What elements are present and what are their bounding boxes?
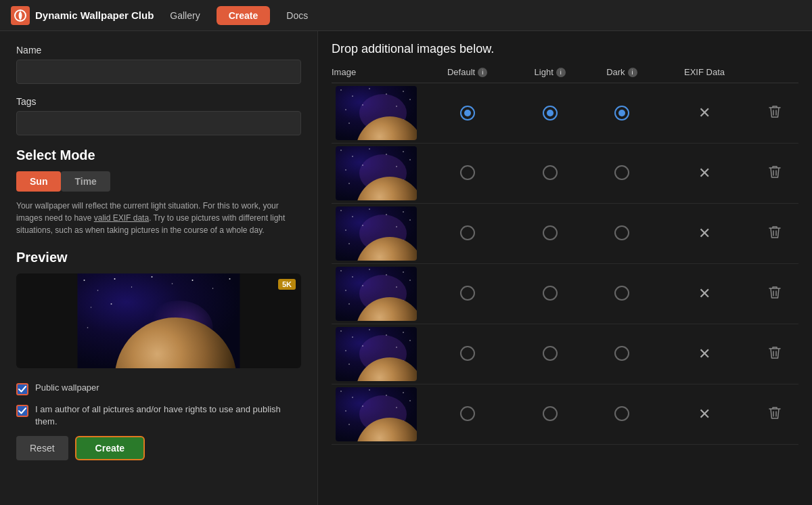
public-wallpaper-checkbox[interactable]	[16, 383, 28, 395]
default-cell	[421, 144, 514, 204]
preview-container: 5K	[16, 273, 301, 368]
table-row: ✕	[332, 83, 798, 144]
light-radio[interactable]	[543, 406, 558, 421]
svg-point-53	[345, 229, 346, 231]
planet-thumbnail	[336, 146, 417, 200]
default-cell	[421, 324, 514, 385]
light-radio[interactable]	[543, 225, 558, 240]
trash-icon[interactable]	[769, 228, 781, 242]
planet-thumbnail	[336, 387, 417, 441]
svg-point-102	[348, 424, 350, 425]
brand: Dynamic Wallpaper Club	[11, 6, 154, 25]
svg-point-86	[409, 340, 411, 341]
exif-x-icon[interactable]: ✕	[698, 225, 710, 242]
thumbnail-cell	[332, 264, 421, 324]
dark-radio[interactable]	[614, 406, 629, 421]
planet-thumbnail	[336, 86, 417, 140]
thumbnail-cell	[332, 324, 421, 385]
dark-radio[interactable]	[614, 165, 629, 180]
svg-point-42	[348, 183, 350, 184]
default-radio[interactable]	[460, 406, 475, 421]
exif-cell: ✕	[658, 83, 752, 144]
svg-point-35	[369, 148, 370, 150]
svg-point-14	[87, 327, 89, 328]
svg-point-83	[345, 350, 346, 351]
svg-point-4	[97, 290, 99, 291]
col-default: Default i	[421, 67, 514, 83]
light-radio[interactable]	[543, 346, 558, 361]
dark-radio[interactable]	[614, 286, 629, 301]
mode-selector: Sun Time	[16, 171, 301, 192]
default-radio[interactable]	[460, 225, 475, 240]
navbar: Dynamic Wallpaper Club Gallery Create Do…	[0, 0, 812, 31]
dark-radio[interactable]	[614, 106, 629, 120]
svg-point-51	[386, 214, 387, 215]
dark-radio[interactable]	[614, 346, 629, 361]
svg-point-34	[352, 156, 353, 157]
exif-x-icon[interactable]: ✕	[698, 164, 710, 181]
name-input[interactable]	[16, 60, 301, 84]
reset-button[interactable]: Reset	[16, 436, 68, 460]
trash-icon[interactable]	[769, 349, 781, 362]
exif-x-icon[interactable]: ✕	[698, 345, 710, 362]
light-radio[interactable]	[543, 106, 558, 120]
svg-point-7	[152, 276, 153, 278]
svg-point-101	[409, 400, 411, 401]
table-row: ✕	[332, 385, 798, 445]
trash-icon[interactable]	[769, 409, 781, 422]
author-rights-row: I am author of all pictures and/or have …	[16, 403, 301, 428]
light-info-icon[interactable]: i	[556, 68, 566, 77]
default-radio[interactable]	[460, 286, 475, 301]
svg-point-84	[362, 345, 363, 347]
nav-gallery[interactable]: Gallery	[170, 10, 200, 21]
author-rights-checkbox[interactable]	[16, 405, 28, 417]
default-radio[interactable]	[460, 165, 475, 180]
thumbnail-cell	[332, 385, 421, 445]
trash-icon[interactable]	[769, 168, 781, 181]
dark-info-icon[interactable]: i	[628, 68, 637, 77]
light-radio[interactable]	[543, 286, 558, 301]
light-radio[interactable]	[543, 165, 558, 180]
svg-point-12	[91, 307, 92, 308]
svg-point-82	[403, 332, 404, 333]
brand-name: Dynamic Wallpaper Club	[35, 9, 154, 21]
preview-badge: 5K	[278, 279, 296, 290]
table-row: ✕	[332, 264, 798, 324]
light-cell	[514, 385, 586, 445]
nav-create-button[interactable]: Create	[217, 6, 271, 25]
exif-cell: ✕	[658, 144, 752, 204]
delete-cell	[751, 264, 798, 324]
default-cell	[421, 83, 514, 144]
svg-point-37	[403, 151, 404, 152]
exif-x-icon[interactable]: ✕	[698, 405, 710, 422]
mode-time-button[interactable]: Time	[61, 171, 110, 192]
default-radio[interactable]	[460, 106, 475, 120]
svg-point-95	[369, 389, 370, 391]
exif-link[interactable]: valid EXIF data	[94, 213, 149, 223]
svg-point-97	[403, 392, 404, 393]
svg-point-56	[409, 219, 411, 221]
planet-thumbnail	[336, 267, 417, 321]
trash-icon[interactable]	[769, 108, 781, 121]
table-row: ✕	[332, 204, 798, 264]
delete-cell	[751, 204, 798, 264]
default-info-icon[interactable]: i	[478, 68, 487, 77]
default-radio[interactable]	[460, 346, 475, 361]
dark-cell	[586, 385, 657, 445]
planet-thumbnail	[336, 327, 417, 381]
preview-image	[16, 273, 301, 368]
image-table: Image Default i Light i	[332, 67, 798, 445]
exif-x-icon[interactable]: ✕	[698, 285, 710, 302]
mode-sun-button[interactable]: Sun	[16, 171, 61, 192]
nav-docs[interactable]: Docs	[286, 10, 308, 21]
create-button[interactable]: Create	[75, 436, 145, 460]
svg-point-64	[352, 276, 353, 278]
exif-x-icon[interactable]: ✕	[698, 104, 710, 121]
svg-point-85	[396, 347, 397, 348]
svg-point-13	[111, 303, 112, 305]
default-cell	[421, 204, 514, 264]
dark-radio[interactable]	[614, 225, 629, 240]
right-panel: Drop additional images below. Image Defa…	[318, 31, 812, 505]
tags-input[interactable]	[16, 111, 301, 135]
trash-icon[interactable]	[769, 288, 781, 302]
